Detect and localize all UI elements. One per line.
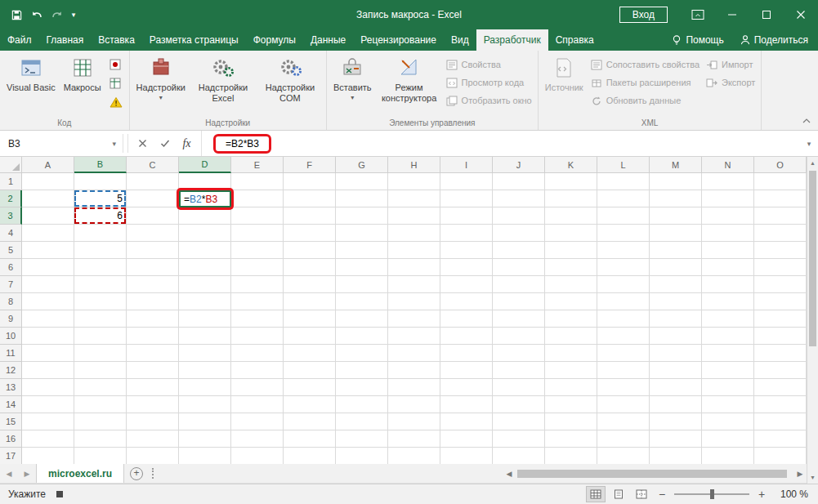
column-header-F[interactable]: F <box>284 157 336 173</box>
cell-H3[interactable] <box>388 207 440 225</box>
cell-E16[interactable] <box>231 430 284 448</box>
cell-F15[interactable] <box>284 413 336 430</box>
cell-M6[interactable] <box>650 259 702 276</box>
cell-M7[interactable] <box>650 276 702 293</box>
cell-D3[interactable] <box>179 207 231 225</box>
cell-G7[interactable] <box>336 276 388 293</box>
cell-I7[interactable] <box>440 276 493 293</box>
cell-C11[interactable] <box>127 345 179 362</box>
tab-Рецензирование[interactable]: Рецензирование <box>353 29 444 51</box>
cell-L8[interactable] <box>597 293 650 310</box>
cell-N16[interactable] <box>702 430 754 448</box>
cell-G2[interactable] <box>336 190 388 207</box>
cell-I13[interactable] <box>440 379 493 396</box>
row-header-15[interactable]: 15 <box>0 413 22 430</box>
tab-Разработчик[interactable]: Разработчик <box>476 29 548 51</box>
sign-in-button[interactable]: Вход <box>619 7 668 23</box>
run-dialog-button[interactable]: Отобразить окно <box>446 93 532 108</box>
cell-I17[interactable] <box>440 448 493 464</box>
cell-G17[interactable] <box>336 448 388 464</box>
cell-B6[interactable] <box>74 259 127 276</box>
cell-F8[interactable] <box>284 293 336 310</box>
cell-A14[interactable] <box>22 396 74 413</box>
previous-sheet-button[interactable]: ◀ <box>0 464 18 483</box>
cell-N2[interactable] <box>702 190 754 207</box>
cell-D16[interactable] <box>179 430 231 448</box>
scroll-up-arrow-icon[interactable]: ▲ <box>807 157 818 169</box>
cell-B15[interactable] <box>74 413 127 430</box>
scroll-right-arrow-icon[interactable]: ▶ <box>793 470 807 478</box>
cancel-button[interactable] <box>132 131 154 156</box>
save-button[interactable] <box>7 5 26 25</box>
cell-F11[interactable] <box>284 345 336 362</box>
cell-C17[interactable] <box>127 448 179 464</box>
cell-E14[interactable] <box>231 396 284 413</box>
cell-C8[interactable] <box>127 293 179 310</box>
cell-L14[interactable] <box>597 396 650 413</box>
cell-J3[interactable] <box>493 207 545 225</box>
cell-D9[interactable] <box>179 310 231 328</box>
cell-D5[interactable] <box>179 242 231 259</box>
horizontal-scroll-track[interactable] <box>516 469 793 479</box>
cell-G9[interactable] <box>336 310 388 328</box>
enter-button[interactable] <box>154 131 176 156</box>
excel-addins-button[interactable]: Надстройки Excel <box>190 51 257 118</box>
cell-F12[interactable] <box>284 362 336 379</box>
cell-E12[interactable] <box>231 362 284 379</box>
vertical-scroll-thumb[interactable] <box>809 171 816 346</box>
help-menu-item[interactable]: Помощь <box>671 34 723 47</box>
cell-J10[interactable] <box>493 328 545 345</box>
macros-button[interactable]: Макросы <box>60 51 105 118</box>
cell-E4[interactable] <box>231 225 284 242</box>
cell-D4[interactable] <box>179 225 231 242</box>
cell-L12[interactable] <box>597 362 650 379</box>
column-header-A[interactable]: A <box>22 157 74 173</box>
cell-C2[interactable] <box>127 190 179 207</box>
export-button[interactable]: Экспорт <box>706 75 755 90</box>
cell-O9[interactable] <box>754 310 807 328</box>
cell-K8[interactable] <box>545 293 597 310</box>
column-header-B[interactable]: B <box>74 157 127 173</box>
cell-A12[interactable] <box>22 362 74 379</box>
row-header-17[interactable]: 17 <box>0 448 22 464</box>
cell-A2[interactable] <box>22 190 74 207</box>
cell-E11[interactable] <box>231 345 284 362</box>
cell-L2[interactable] <box>597 190 650 207</box>
cell-B4[interactable] <box>74 225 127 242</box>
cell-H9[interactable] <box>388 310 440 328</box>
cell-K15[interactable] <box>545 413 597 430</box>
zoom-in-button[interactable]: + <box>754 488 769 501</box>
cell-D7[interactable] <box>179 276 231 293</box>
row-header-5[interactable]: 5 <box>0 242 22 259</box>
column-header-M[interactable]: M <box>650 157 702 173</box>
cell-I5[interactable] <box>440 242 493 259</box>
tab-Вид[interactable]: Вид <box>444 29 476 51</box>
column-header-G[interactable]: G <box>336 157 388 173</box>
maximize-button[interactable] <box>749 0 784 29</box>
insert-controls-button[interactable]: Вставить ▾ <box>329 51 376 118</box>
cell-L10[interactable] <box>597 328 650 345</box>
cell-A7[interactable] <box>22 276 74 293</box>
column-header-D[interactable]: D <box>179 157 231 173</box>
cell-J14[interactable] <box>493 396 545 413</box>
cell-K4[interactable] <box>545 225 597 242</box>
cell-H2[interactable] <box>388 190 440 207</box>
ribbon-display-options-button[interactable] <box>681 0 715 29</box>
cell-J5[interactable] <box>493 242 545 259</box>
cell-O11[interactable] <box>754 345 807 362</box>
cell-C14[interactable] <box>127 396 179 413</box>
cell-O15[interactable] <box>754 413 807 430</box>
cell-M4[interactable] <box>650 225 702 242</box>
cell-L7[interactable] <box>597 276 650 293</box>
cell-G13[interactable] <box>336 379 388 396</box>
redo-button[interactable] <box>47 5 67 25</box>
xml-source-button[interactable]: Источник <box>541 51 588 118</box>
cell-A17[interactable] <box>22 448 74 464</box>
cell-N10[interactable] <box>702 328 754 345</box>
zoom-slider-thumb[interactable] <box>710 489 714 499</box>
com-addins-button[interactable]: Надстройки COM <box>257 51 324 118</box>
cell-B5[interactable] <box>74 242 127 259</box>
row-header-3[interactable]: 3 <box>0 207 22 225</box>
cell-C6[interactable] <box>127 259 179 276</box>
horizontal-scrollbar[interactable]: ◀ ▶ <box>503 464 807 483</box>
